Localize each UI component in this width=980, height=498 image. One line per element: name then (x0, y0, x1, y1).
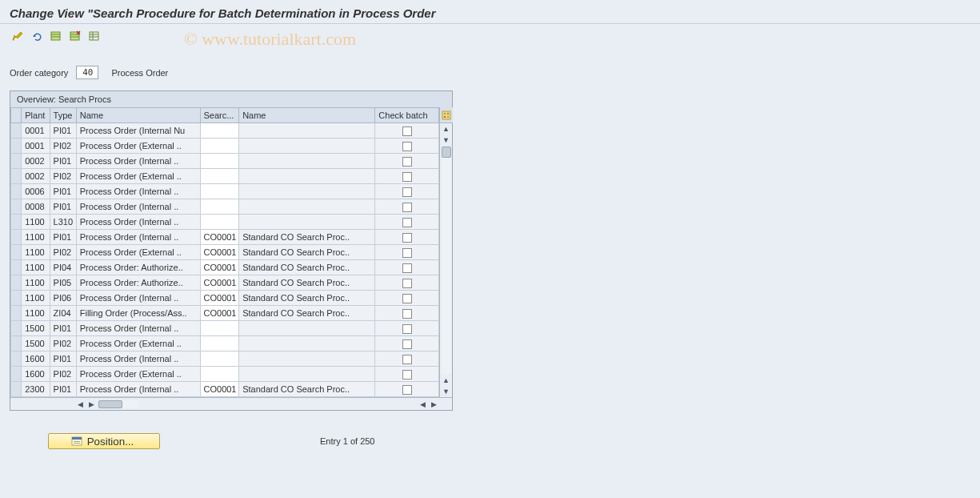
cell-search[interactable]: CO0001 (200, 291, 239, 306)
deselect-all-icon[interactable] (67, 29, 83, 43)
vertical-scrollbar[interactable]: ▲ ▼ ▲ ▼ (439, 107, 452, 397)
order-category-label: Order category (10, 68, 68, 78)
col-selector[interactable] (11, 108, 22, 123)
cell-plant: 0001 (22, 123, 50, 139)
row-selector[interactable] (11, 382, 22, 397)
undo-icon[interactable] (29, 29, 45, 43)
scroll-thumb[interactable] (442, 147, 451, 158)
col-type[interactable]: Type (50, 108, 76, 123)
cell-plant: 1600 (22, 351, 50, 367)
page-title: Change View "Search Procedure for Batch … (10, 6, 970, 20)
scroll-up-icon[interactable]: ▲ (440, 123, 453, 135)
table-row: 1500PI02Process Order (External .. (11, 336, 439, 351)
cell-plant: 1100 (22, 306, 50, 321)
cell-search[interactable]: CO0001 (200, 260, 239, 275)
cell-search[interactable] (200, 321, 239, 336)
row-selector[interactable] (11, 139, 22, 154)
cell-search[interactable]: CO0001 (200, 245, 239, 260)
hscroll-thumb[interactable] (98, 400, 122, 408)
cell-plant: 1100 (22, 291, 50, 306)
col-search[interactable]: Searc... (200, 108, 239, 123)
cell-search[interactable] (200, 336, 239, 351)
check-batch-checkbox[interactable] (402, 248, 412, 258)
scroll-down-page-icon[interactable]: ▼ (440, 386, 453, 397)
check-batch-checkbox[interactable] (402, 324, 412, 334)
toggle-display-change-icon[interactable] (10, 29, 26, 43)
row-selector[interactable] (11, 306, 22, 321)
cell-name2 (239, 169, 375, 184)
check-batch-checkbox[interactable] (402, 279, 412, 288)
row-selector[interactable] (11, 199, 22, 215)
row-selector[interactable] (11, 184, 22, 199)
hscroll-left-icon[interactable]: ◀ (74, 399, 86, 410)
hscroll-right2-icon[interactable]: ▶ (428, 399, 439, 410)
check-batch-checkbox[interactable] (402, 355, 412, 364)
cell-search[interactable]: CO0001 (200, 275, 239, 291)
check-batch-checkbox[interactable] (402, 203, 412, 212)
check-batch-checkbox[interactable] (402, 263, 412, 273)
row-selector[interactable] (11, 275, 22, 291)
check-batch-checkbox[interactable] (402, 172, 412, 182)
cell-name: Process Order (Internal .. (76, 382, 200, 397)
check-batch-checkbox[interactable] (402, 218, 412, 227)
check-batch-checkbox[interactable] (402, 370, 412, 380)
cell-plant: 2300 (22, 382, 50, 397)
cell-search[interactable]: CO0001 (200, 306, 239, 321)
position-icon (71, 436, 82, 447)
row-selector[interactable] (11, 336, 22, 351)
table-row: 1100ZI04Filling Order (Process/Ass..CO00… (11, 306, 439, 321)
col-plant[interactable]: Plant (22, 108, 50, 123)
cell-search[interactable] (200, 367, 239, 382)
check-batch-checkbox[interactable] (402, 187, 412, 197)
row-selector[interactable] (11, 215, 22, 230)
cell-search[interactable]: CO0001 (200, 230, 239, 245)
row-selector[interactable] (11, 230, 22, 245)
row-selector[interactable] (11, 321, 22, 336)
check-batch-checkbox[interactable] (402, 309, 412, 319)
col-check[interactable]: Check batch (375, 108, 439, 123)
cell-search[interactable] (200, 154, 239, 169)
check-batch-checkbox[interactable] (402, 385, 412, 395)
cell-search[interactable] (200, 199, 239, 215)
row-selector[interactable] (11, 260, 22, 275)
row-selector[interactable] (11, 169, 22, 184)
row-selector[interactable] (11, 245, 22, 260)
hscroll-left2-icon[interactable]: ◀ (417, 399, 428, 410)
cell-search[interactable] (200, 123, 239, 139)
cell-search[interactable] (200, 184, 239, 199)
cell-search[interactable]: CO0001 (200, 382, 239, 397)
scroll-up-page-icon[interactable]: ▲ (440, 375, 453, 386)
row-selector[interactable] (11, 154, 22, 169)
table-settings-icon[interactable] (86, 29, 102, 43)
cell-plant: 1100 (22, 245, 50, 260)
search-procs-table: Plant Type Name Searc... Name Check batc… (10, 107, 439, 397)
row-selector[interactable] (11, 123, 22, 139)
check-batch-checkbox[interactable] (402, 339, 412, 349)
table-config-icon[interactable] (440, 107, 453, 123)
horizontal-scrollbar[interactable]: ◀ ▶ ◀ ▶ (10, 397, 452, 410)
cell-type: PI02 (50, 169, 76, 184)
check-batch-checkbox[interactable] (402, 142, 412, 151)
select-all-icon[interactable] (48, 29, 64, 43)
row-selector[interactable] (11, 291, 22, 306)
check-batch-checkbox[interactable] (402, 127, 412, 136)
scroll-down-icon[interactable]: ▼ (440, 135, 453, 146)
cell-name2 (239, 367, 375, 382)
cell-check (375, 169, 439, 184)
cell-search[interactable] (200, 215, 239, 230)
row-selector[interactable] (11, 367, 22, 382)
cell-search[interactable] (200, 351, 239, 367)
cell-check (375, 139, 439, 154)
row-selector[interactable] (11, 351, 22, 367)
col-name2[interactable]: Name (239, 108, 375, 123)
check-batch-checkbox[interactable] (402, 294, 412, 303)
check-batch-checkbox[interactable] (402, 157, 412, 167)
cell-search[interactable] (200, 139, 239, 154)
col-name[interactable]: Name (76, 108, 200, 123)
cell-check (375, 367, 439, 382)
cell-search[interactable] (200, 169, 239, 184)
check-batch-checkbox[interactable] (402, 233, 412, 243)
position-button[interactable]: Position... (48, 433, 160, 449)
cell-check (375, 260, 439, 275)
hscroll-right-icon[interactable]: ▶ (86, 399, 97, 410)
